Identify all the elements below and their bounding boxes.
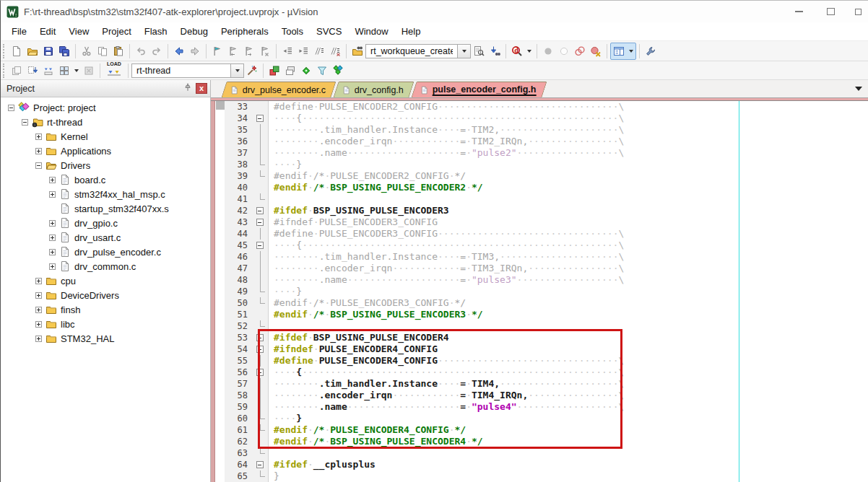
save-icon[interactable] <box>40 43 56 59</box>
code-line-60[interactable]: 60····} <box>211 413 868 424</box>
code-line-38[interactable]: 38····} <box>211 159 868 170</box>
tree-item-drv-common-c[interactable]: drv_common.c <box>1 259 210 273</box>
code-line-54[interactable]: 54#ifndef·PULSE_ENCODER4_CONFIG <box>211 343 868 355</box>
code-line-62[interactable]: 62#endif·/*·BSP_USING_PULSE_ENCODER4·*/ <box>211 436 868 447</box>
close-icon[interactable]: x <box>196 83 207 94</box>
target-select-input[interactable] <box>131 63 231 78</box>
fold-collapse-icon[interactable] <box>253 205 269 216</box>
menu-flash[interactable]: Flash <box>138 24 174 39</box>
cut-icon[interactable] <box>79 43 95 59</box>
tab-drv-config-h[interactable]: drv_config.h <box>334 82 415 97</box>
debug-start-stop-icon[interactable]: d <box>509 43 525 59</box>
build-icon[interactable] <box>25 63 40 79</box>
tree-item-rt-thread[interactable]: rt-thread <box>1 115 210 129</box>
tree-item-stm32f4xx-hal-msp-c[interactable]: stm32f4xx_hal_msp.c <box>1 187 210 201</box>
code-line-48[interactable]: 48········.name····················=·"pu… <box>211 274 868 286</box>
code-line-53[interactable]: 53#ifdef·BSP_USING_PULSE_ENCODER4 <box>211 332 868 343</box>
tree-expander-icon[interactable] <box>49 191 56 198</box>
code-line-46[interactable]: 46········.tim_handler.Instance····=·TIM… <box>211 251 868 263</box>
pack-installer-icon[interactable] <box>330 63 346 79</box>
code-line-51[interactable]: 51#endif·/*·BSP_USING_PULSE_ENCODER3·*/ <box>211 309 868 320</box>
menu-window[interactable]: Window <box>348 24 394 39</box>
open-file-icon[interactable] <box>25 43 40 59</box>
bookmark-clear-icon[interactable] <box>257 43 273 59</box>
tree-expander-icon[interactable] <box>35 336 42 342</box>
tree-item-drv-gpio-c[interactable]: drv_gpio.c <box>1 216 210 230</box>
configure-tools-icon[interactable] <box>643 43 659 59</box>
code-line-40[interactable]: 40#endif·/*·BSP_USING_PULSE_ENCODER2·*/ <box>211 182 868 193</box>
tab-pulse-encoder-config-h[interactable]: pulse_encoder_config.h <box>412 82 547 97</box>
target-dropdown-button[interactable] <box>231 63 244 78</box>
code-line-63[interactable]: 63 <box>211 447 868 459</box>
menu-file[interactable]: File <box>5 24 33 39</box>
code-line-43[interactable]: 43#ifndef·PULSE_ENCODER3_CONFIG <box>211 216 868 228</box>
tree-expander-icon[interactable] <box>49 263 56 270</box>
find-dropdown-caret-icon[interactable] <box>462 50 466 53</box>
restore-partial-icon[interactable] <box>842 1 868 22</box>
batch-build-icon[interactable] <box>56 63 72 79</box>
undo-icon[interactable] <box>133 43 149 59</box>
code-line-44[interactable]: 44#define·PULSE_ENCODER3_CONFIG·········… <box>211 228 868 240</box>
minimize-icon[interactable] <box>783 1 815 22</box>
comment-icon[interactable] <box>311 43 327 59</box>
paste-icon[interactable] <box>110 43 126 59</box>
tree-expander-icon[interactable] <box>35 133 42 140</box>
search-text-icon[interactable] <box>471 43 487 59</box>
find-text-input[interactable] <box>365 44 458 58</box>
tree-expander-icon[interactable] <box>35 278 42 284</box>
navigate-back-icon[interactable] <box>171 43 187 59</box>
tree-expander-icon[interactable] <box>35 321 42 328</box>
tree-expander-icon[interactable] <box>49 235 56 241</box>
fold-collapse-icon[interactable] <box>253 216 269 228</box>
uncomment-icon[interactable] <box>327 43 343 59</box>
unindent-icon[interactable] <box>279 43 295 59</box>
tree-expander-icon[interactable] <box>35 148 42 154</box>
fold-collapse-icon[interactable] <box>253 113 269 124</box>
menu-project[interactable]: Project <box>95 24 137 39</box>
pin-icon[interactable] <box>183 82 193 95</box>
download-icon[interactable]: LOAD <box>103 62 125 79</box>
menu-svcs[interactable]: SVCS <box>310 24 348 39</box>
code-line-42[interactable]: 42#ifdef·BSP_USING_PULSE_ENCODER3 <box>211 205 868 216</box>
layout-dropdown-caret-icon[interactable] <box>629 50 633 53</box>
tree-expander-icon[interactable] <box>35 162 42 169</box>
code-line-45[interactable]: 45····{·································… <box>211 240 868 251</box>
tree-item-drv-usart-c[interactable]: drv_usart.c <box>1 230 210 245</box>
code-line-39[interactable]: 39#endif·/*·PULSE_ENCODER2_CONFIG·*/ <box>211 170 868 182</box>
rebuild-icon[interactable] <box>40 63 56 79</box>
tree-expander-icon[interactable] <box>8 105 14 111</box>
menu-help[interactable]: Help <box>395 24 428 39</box>
bookmark-next-icon[interactable] <box>241 43 257 59</box>
tree-item-drv-pulse-encoder-c[interactable]: drv_pulse_encoder.c <box>1 245 210 259</box>
code-line-37[interactable]: 37········.name····················=·"pu… <box>211 147 868 159</box>
software-packs-icon[interactable] <box>298 63 314 79</box>
find-next-icon[interactable] <box>487 43 503 59</box>
tree-item-libc[interactable]: libc <box>1 317 210 331</box>
tree-item-stm32-hal[interactable]: STM32_HAL <box>1 331 210 346</box>
menu-tools[interactable]: Tools <box>275 24 310 39</box>
fold-collapse-icon[interactable] <box>253 343 269 355</box>
code-line-34[interactable]: 34····{·································… <box>211 113 868 124</box>
tree-item-kernel[interactable]: Kernel <box>1 129 210 144</box>
tree-expander-icon[interactable] <box>35 292 42 299</box>
code-line-61[interactable]: 61#endif·/*·PULSE_ENCODER4_CONFIG·*/ <box>211 424 868 436</box>
bookmark-toggle-icon[interactable] <box>209 43 225 59</box>
code-line-65[interactable]: 65} <box>211 470 868 482</box>
tree-item-finsh[interactable]: finsh <box>1 302 210 317</box>
tab-list-dropdown-icon[interactable] <box>855 87 862 91</box>
fold-collapse-icon[interactable] <box>253 367 269 378</box>
stop-build-icon[interactable] <box>81 63 97 79</box>
redo-icon[interactable] <box>149 43 165 59</box>
new-file-icon[interactable] <box>9 43 25 59</box>
find-dropdown-button[interactable] <box>458 44 471 58</box>
fold-collapse-icon[interactable] <box>253 240 269 251</box>
code-line-59[interactable]: 59········.name····················=·"pu… <box>211 401 868 413</box>
tree-expander-icon[interactable] <box>22 119 28 126</box>
fold-collapse-icon[interactable] <box>253 459 269 470</box>
target-options-icon[interactable] <box>244 63 260 79</box>
code-line-58[interactable]: 58········.encoder_irqn············=·TIM… <box>211 390 868 401</box>
target-dropdown-caret-icon[interactable] <box>235 69 240 72</box>
filter-icon[interactable] <box>314 63 330 79</box>
manage-components-icon[interactable] <box>266 63 282 79</box>
code-line-50[interactable]: 50#endif·/*·PULSE_ENCODER3_CONFIG·*/ <box>211 297 868 309</box>
